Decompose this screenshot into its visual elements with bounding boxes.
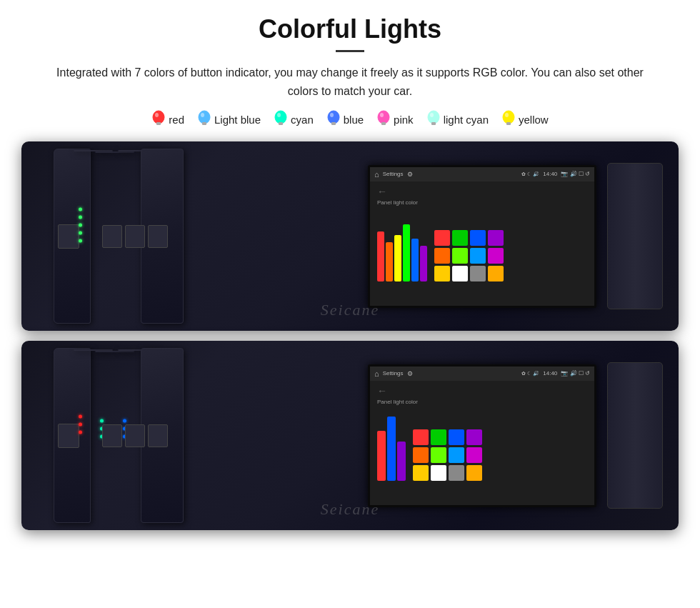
swatch bbox=[452, 248, 468, 264]
svg-point-3 bbox=[199, 111, 210, 124]
svg-point-6 bbox=[275, 111, 286, 124]
svg-point-0 bbox=[153, 111, 164, 124]
page-title: Colorful Lights bbox=[21, 14, 679, 44]
color-bar bbox=[377, 231, 384, 281]
color-bar bbox=[386, 242, 393, 281]
swatch bbox=[466, 447, 482, 463]
svg-point-20 bbox=[505, 113, 509, 117]
swatch bbox=[466, 429, 482, 445]
svg-point-14 bbox=[380, 113, 384, 117]
svg-point-5 bbox=[201, 113, 204, 117]
swatch bbox=[413, 429, 429, 445]
svg-rect-19 bbox=[506, 122, 511, 125]
swatch bbox=[466, 465, 482, 481]
color-label-yellow: yellow bbox=[519, 114, 549, 126]
svg-point-9 bbox=[328, 111, 339, 124]
color-label-cyan: cyan bbox=[291, 114, 314, 126]
color-item-light-cyan: light cyan bbox=[426, 110, 489, 129]
title-divider bbox=[336, 50, 364, 52]
swatch bbox=[488, 230, 504, 246]
color-item-yellow: yellow bbox=[501, 110, 549, 129]
svg-point-8 bbox=[277, 113, 281, 117]
color-bar bbox=[397, 442, 406, 481]
svg-point-18 bbox=[503, 111, 514, 124]
right-bracket-1 bbox=[607, 163, 663, 309]
color-bar bbox=[420, 246, 427, 281]
color-label-Light-blue: Light blue bbox=[214, 114, 261, 126]
color-bar bbox=[387, 417, 396, 481]
swatch bbox=[431, 465, 446, 481]
swatch bbox=[434, 266, 450, 281]
svg-point-15 bbox=[428, 111, 439, 124]
color-bar bbox=[403, 224, 410, 281]
stacked-panels-2 bbox=[54, 348, 254, 523]
color-label-red: red bbox=[169, 114, 184, 126]
swatch bbox=[434, 230, 450, 246]
svg-point-17 bbox=[430, 113, 434, 117]
android-screen-1: ⌂ Settings ⚙ ✿ ☾ 🔊 14:40 📷 🔊 ☐ ↺ ← Panel… bbox=[368, 165, 596, 308]
swatch bbox=[449, 429, 464, 445]
color-row: redLight bluecyanbluepinklight cyanyello… bbox=[21, 110, 679, 129]
color-item-cyan: cyan bbox=[274, 110, 314, 129]
svg-point-12 bbox=[378, 111, 389, 124]
swatch bbox=[449, 447, 464, 463]
svg-rect-7 bbox=[279, 122, 283, 125]
svg-point-2 bbox=[155, 113, 159, 117]
swatch bbox=[470, 230, 486, 246]
color-bar bbox=[394, 235, 401, 281]
svg-rect-10 bbox=[331, 122, 336, 125]
color-label-blue: blue bbox=[344, 114, 364, 126]
car-unit-2: ⌂ Settings ⚙ ✿ ☾ 🔊 14:40 📷 🔊 ☐ ↺ ← Panel… bbox=[21, 341, 679, 530]
color-label-light-cyan: light cyan bbox=[444, 114, 489, 126]
swatch bbox=[488, 248, 504, 264]
color-label-pink: pink bbox=[394, 114, 414, 126]
page-description: Integrated with 7 colors of button indic… bbox=[43, 64, 657, 100]
page-container: Colorful Lights Integrated with 7 colors… bbox=[0, 0, 700, 544]
right-bracket-2 bbox=[607, 362, 663, 509]
swatch bbox=[470, 248, 486, 264]
swatch bbox=[452, 230, 468, 246]
android-screen-2: ⌂ Settings ⚙ ✿ ☾ 🔊 14:40 📷 🔊 ☐ ↺ ← Panel… bbox=[368, 364, 596, 507]
color-item-Light-blue: Light blue bbox=[197, 110, 261, 129]
swatch bbox=[452, 266, 468, 281]
color-bar bbox=[411, 239, 419, 281]
swatch bbox=[413, 465, 429, 481]
svg-rect-16 bbox=[431, 122, 436, 125]
svg-rect-4 bbox=[202, 122, 206, 125]
color-item-blue: blue bbox=[326, 110, 364, 129]
color-item-pink: pink bbox=[376, 110, 414, 129]
car-unit-1: ⌂ Settings ⚙ ✿ ☾ 🔊 14:40 📷 🔊 ☐ ↺ ← Panel… bbox=[21, 141, 679, 331]
color-item-red: red bbox=[151, 110, 184, 129]
swatch bbox=[431, 429, 446, 445]
swatch bbox=[431, 447, 446, 463]
svg-rect-1 bbox=[156, 122, 161, 125]
color-bar bbox=[377, 431, 386, 481]
svg-point-11 bbox=[330, 113, 334, 117]
swatch bbox=[434, 248, 450, 264]
swatch bbox=[413, 447, 429, 463]
swatch bbox=[470, 266, 486, 281]
stacked-panels-1 bbox=[54, 149, 254, 324]
swatch bbox=[488, 266, 504, 281]
svg-rect-13 bbox=[381, 122, 386, 125]
swatch bbox=[449, 465, 464, 481]
